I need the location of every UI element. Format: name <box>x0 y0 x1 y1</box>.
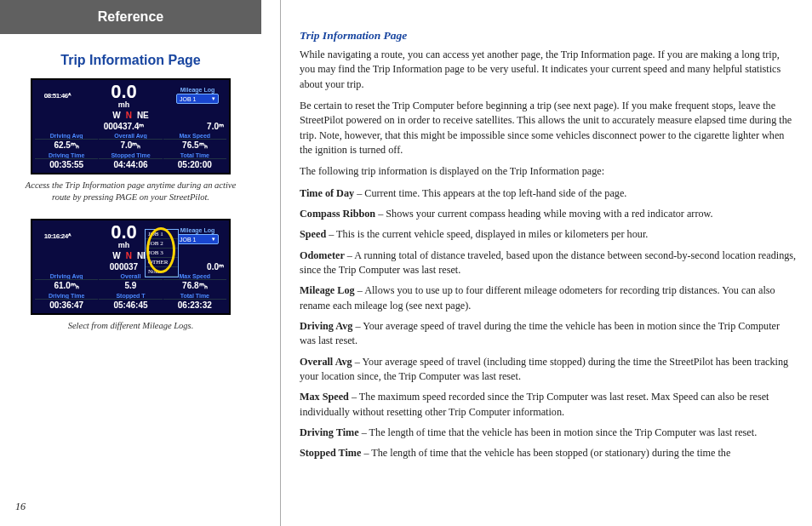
right-column: Trip Information Page While navigating a… <box>281 0 812 526</box>
mileage-log-option[interactable]: JOB 3 <box>146 249 178 258</box>
page: Reference Trip Information Page 08:51:46… <box>0 0 812 526</box>
val-max-speed: 76.5ᵐₕ <box>163 139 226 151</box>
speed-value: 0.0 <box>80 83 168 101</box>
definition-term: Stopped Time <box>300 447 361 459</box>
definition-item: Driving Time – The length of time that t… <box>300 426 797 440</box>
val-driving-avg: 62.5ᵐₕ <box>35 139 98 151</box>
definition-term: Driving Avg <box>300 320 352 332</box>
mileage-log-option[interactable]: JOB 2 <box>146 239 178 249</box>
screenshot-trip-info-2: 10:16:24ᴬ 0.0mh Mileage Log JOB 1▾ W N N… <box>31 219 231 315</box>
mileage-log-option[interactable]: JOB 1 <box>146 230 178 239</box>
val-driving-time-2: 00:36:47 <box>35 299 98 311</box>
mileage-log-option[interactable]: OTHER <box>146 258 178 267</box>
hdr-total-time: Total Time <box>163 151 226 158</box>
compass-ribbon: W N NE <box>35 109 226 122</box>
mileage-log-value: 7.0ᵐ <box>169 122 226 131</box>
definition-term: Max Speed <box>300 391 349 403</box>
compass-n-2: N <box>126 251 132 260</box>
definition-desc: – The maximum speed recorded since the T… <box>300 391 769 417</box>
definition-term: Overall Avg <box>300 356 352 368</box>
definition-desc: – This is the current vehicle speed, dis… <box>326 228 648 240</box>
paragraph-3: The following trip information is displa… <box>300 164 797 179</box>
definition-item: Driving Avg – Your average speed of trav… <box>300 319 797 349</box>
hdr-stopped-time-2: Stopped T <box>99 291 162 299</box>
definition-term: Odometer <box>300 249 345 261</box>
definition-item: Compass Ribbon – Shows your current comp… <box>300 207 797 221</box>
definition-item: Time of Day – Current time. This appears… <box>300 186 797 201</box>
time-of-day: 08:51:46ᴬ <box>35 83 79 109</box>
hdr-driving-avg-2: Driving Avg <box>35 272 98 279</box>
section-title: Trip Information Page <box>0 53 261 68</box>
val-driving-avg-2: 61.0ᵐₕ <box>35 279 98 291</box>
val-stopped-time: 04:44:06 <box>99 158 162 170</box>
caption-2: Select from different Mileage Logs. <box>24 320 237 332</box>
definition-term: Mileage Log <box>300 284 355 296</box>
speed-unit: mh <box>80 101 168 109</box>
val-stopped-time-2: 05:46:45 <box>99 299 162 311</box>
val-overall-avg: 7.0ᵐₕ <box>99 139 162 151</box>
definition-desc: – Your average speed of travel during th… <box>300 320 780 346</box>
mileage-log-option[interactable]: None <box>146 267 178 277</box>
hdr-total-time-2: Total Time <box>163 291 226 299</box>
mileage-log-header: Mileage Log <box>169 87 226 93</box>
compass-n: N <box>126 111 132 120</box>
compass-w: W <box>112 111 120 120</box>
val-total-time: 05:20:00 <box>163 158 226 170</box>
mileage-log-selected-2: JOB 1 <box>180 237 196 243</box>
mileage-log-selected: JOB 1 <box>180 96 196 102</box>
page-number: 16 <box>15 500 26 513</box>
val-driving-time: 00:35:55 <box>35 158 98 170</box>
paragraph-1: While navigating a route, you can access… <box>300 48 797 92</box>
right-title: Trip Information Page <box>300 29 797 43</box>
definition-list: Time of Day – Current time. This appears… <box>300 186 797 461</box>
definition-desc: – Allows you to use up to four different… <box>300 284 775 311</box>
definition-desc: – The length of time that the vehicle ha… <box>359 426 758 438</box>
definition-desc: – Your average speed of travel (includin… <box>300 356 788 382</box>
definition-term: Driving Time <box>300 426 359 438</box>
left-column: Reference Trip Information Page 08:51:46… <box>0 0 281 526</box>
definition-desc: – Current time. This appears at the top … <box>354 187 626 199</box>
definition-item: Odometer – A running total of distance t… <box>300 249 797 278</box>
definition-item: Mileage Log – Allows you to use up to fo… <box>300 283 797 313</box>
definition-term: Time of Day <box>300 187 354 199</box>
paragraph-2: Be certain to reset the Trip Computer be… <box>300 99 797 157</box>
definition-desc: – The length of time that the vehicle ha… <box>361 447 730 459</box>
definition-item: Stopped Time – The length of time that t… <box>300 446 797 460</box>
definition-term: Compass Ribbon <box>300 208 375 220</box>
definition-desc: – Shows your current compass heading whi… <box>375 208 713 220</box>
hdr-driving-time: Driving Time <box>35 151 98 158</box>
definition-item: Overall Avg – Your average speed of trav… <box>300 355 797 385</box>
reference-banner: Reference <box>0 0 261 34</box>
chevron-down-icon: ▾ <box>212 95 215 102</box>
caption-1: Access the Trip Information page anytime… <box>24 180 237 203</box>
val-overall-avg-2: 5.9 <box>99 279 162 291</box>
hdr-driving-avg: Driving Avg <box>35 131 98 139</box>
compass-w-2: W <box>112 251 120 260</box>
compass-ribbon-2: W N NE <box>35 249 226 262</box>
hdr-max-speed: Max Speed <box>163 131 226 139</box>
definition-item: Max Speed – The maximum speed recorded s… <box>300 390 797 420</box>
compass-ne: NE <box>137 111 149 120</box>
val-total-time-2: 06:23:32 <box>163 299 226 311</box>
val-max-speed-2: 76.8ᵐₕ <box>163 279 226 291</box>
speed-readout: 0.0mh <box>80 83 168 109</box>
mileage-log-menu[interactable]: JOB 1 JOB 2 JOB 3 OTHER None <box>145 229 179 277</box>
definition-desc: – A running total of distance traveled, … <box>300 249 796 276</box>
mileage-log-dropdown[interactable]: JOB 1▾ <box>176 94 219 104</box>
screenshot-trip-info-1: 08:51:46ᴬ 0.0mh Mileage Log JOB 1▾ W N N… <box>31 78 231 174</box>
definition-item: Speed – This is the current vehicle spee… <box>300 227 797 242</box>
hdr-driving-time-2: Driving Time <box>35 291 98 299</box>
odometer: 000437.4ᵐ <box>80 122 168 131</box>
hdr-stopped-time: Stopped Time <box>99 151 162 158</box>
chevron-down-icon: ▾ <box>212 236 215 243</box>
definition-term: Speed <box>300 228 326 240</box>
mileage-log-dropdown-2[interactable]: JOB 1▾ <box>176 234 219 244</box>
mileage-log-cell: Mileage Log JOB 1▾ <box>169 83 226 109</box>
hdr-overall-avg: Overall Avg <box>99 131 162 139</box>
time-of-day-2: 10:16:24ᴬ <box>35 223 79 249</box>
